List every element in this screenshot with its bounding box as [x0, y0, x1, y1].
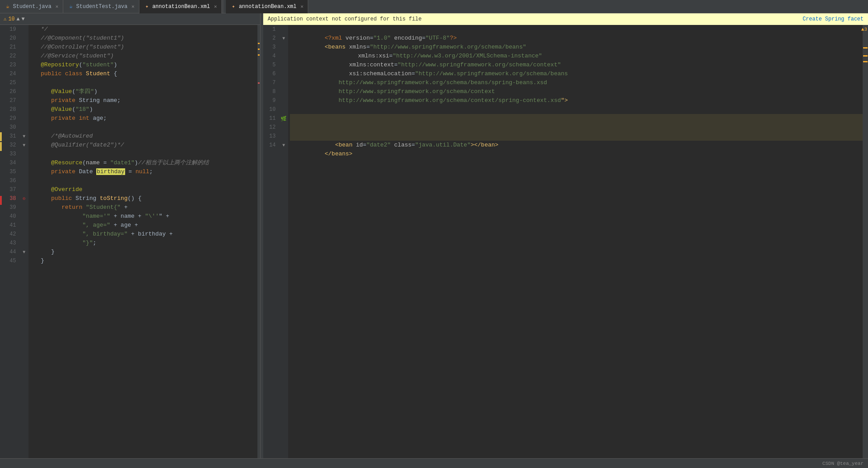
warning-banner-text: Application context not configured for t… — [268, 16, 422, 22]
create-facet-link[interactable]: Create Spring facet — [803, 16, 864, 22]
code-line-37: @Override — [30, 185, 257, 194]
xml-line-6: http://www.springframework.org/schema/be… — [290, 69, 863, 78]
scroll-right-marker1 — [863, 47, 868, 49]
code-line-43: "}"; — [30, 239, 257, 248]
code-line-27: private String name; — [30, 96, 257, 105]
tab-annotation-bean-xml-right[interactable]: ✦ annotationBean.xml ✕ — [226, 0, 308, 13]
xml-line-12: <bean id="date1" class="java.util.Date">… — [290, 123, 863, 132]
left-gutter: ▼ ▼ ⊙ ▼ — [20, 25, 29, 458]
xml-line-10: <!--开启注解的包扫描 必须操作--> — [290, 105, 863, 114]
java-test-icon: ☕ — [68, 4, 74, 10]
code-line-30 — [30, 123, 257, 132]
left-scroll-marker[interactable] — [257, 25, 260, 458]
xml-line-8: http://www.springframework.org/schema/co… — [290, 87, 863, 96]
code-line-29: private int age; — [30, 114, 257, 123]
code-line-44: } — [30, 248, 257, 256]
tabs-bar: ☕ Student.java ✕ ☕ StudentTest.java ✕ ✦ … — [0, 0, 868, 13]
warning-count-badge: ▲3 — [861, 27, 867, 32]
left-toolbar: ⚠ 10 ▲ ▼ — [0, 13, 260, 25]
bean-icon-11: 🌿 — [279, 114, 288, 123]
left-pane: ⚠ 10 ▲ ▼ — [0, 13, 261, 458]
warning-icon: ⚠ — [4, 16, 7, 22]
code-line-28: @Value("18") — [30, 105, 257, 114]
scroll-marker-warning3 — [258, 54, 260, 56]
scroll-marker-warning — [258, 43, 260, 44]
code-line-26: @Value("李四") — [30, 87, 257, 96]
xml-line-11: <context:component-scan base-package="co… — [290, 114, 863, 123]
code-line-19: */ — [30, 25, 257, 34]
scroll-right-marker2 — [863, 55, 868, 57]
status-credit: CSDN @tea_year — [823, 461, 864, 466]
down-arrow-btn[interactable]: ▼ — [21, 16, 24, 22]
code-line-41: ", age=" + age + — [30, 221, 257, 230]
tab-student-test-java[interactable]: ☕ StudentTest.java ✕ — [63, 0, 139, 13]
code-line-36 — [30, 176, 257, 185]
status-bar: CSDN @tea_year — [0, 458, 868, 468]
code-line-24: public class Student { — [30, 69, 257, 78]
code-line-45: } — [30, 256, 257, 265]
close-tab-btn3[interactable]: ✕ — [214, 4, 217, 9]
editor-area: ⚠ 10 ▲ ▼ — [0, 13, 868, 458]
code-line-39: return "Student{" + — [30, 203, 257, 212]
code-line-34: @Resource(name = "date1")//相当于以上两个注解的结 — [30, 159, 257, 167]
code-line-40: "name='" + name + "\''" + — [30, 212, 257, 221]
xml-icon-left: ✦ — [144, 4, 150, 10]
close-tab-btn[interactable]: ✕ — [55, 4, 58, 9]
code-line-32: @Qualifier("date2")*/ — [30, 141, 257, 150]
right-gutter: ▼ 🌿 ▼ — [279, 25, 288, 458]
code-line-21: //@Controller("student") — [30, 43, 257, 52]
right-code-lines[interactable]: <?xml version="1.0" encoding="UTF-8"?> <… — [288, 25, 863, 458]
code-line-22: //@Service("student") — [30, 52, 257, 61]
tab-student-java[interactable]: ☕ Student.java ✕ — [0, 0, 63, 13]
left-code-lines[interactable]: */ //@Component("student1") //@Controlle… — [29, 25, 257, 458]
scroll-marker-error — [258, 82, 260, 84]
scroll-right-marker3 — [863, 61, 868, 62]
fold-arrow-32[interactable]: ▼ — [20, 141, 29, 150]
right-pane: Application context not configured for t… — [263, 13, 868, 458]
fold-arrow-beans[interactable]: ▼ — [279, 34, 288, 43]
code-line-33 — [30, 150, 257, 159]
tab-divider — [223, 0, 223, 13]
code-line-20: //@Component("student1") — [30, 34, 257, 43]
xml-line-2: <beans xmlns="http://www.springframework… — [290, 34, 863, 43]
xml-line-1: <?xml version="1.0" encoding="UTF-8"?> — [290, 25, 863, 34]
code-line-31: /*@Autowired — [30, 132, 257, 141]
up-arrow-btn[interactable]: ▲ — [16, 16, 20, 22]
xml-line-14: </beans> — [290, 141, 863, 150]
xml-line-4: xmlns:context="http://www.springframewor… — [290, 52, 863, 61]
xml-icon-right: ✦ — [230, 4, 236, 10]
xml-line-7: http://www.springframework.org/schema/co… — [290, 78, 863, 87]
close-tab-btn4[interactable]: ✕ — [301, 4, 304, 9]
code-line-38: public String toString() { — [30, 194, 257, 203]
tab-annotation-bean-xml-left[interactable]: ✦ annotationBean.xml ✕ — [139, 0, 222, 13]
fold-arrow-31[interactable]: ▼ — [20, 132, 29, 141]
left-code-container[interactable]: 19 20 21 22 23 24 25 26 27 28 29 30 31 3… — [0, 25, 260, 458]
xml-line-9 — [290, 96, 863, 105]
right-scroll-marker[interactable]: ▲3 — [863, 25, 868, 458]
java-icon: ☕ — [4, 4, 11, 10]
xml-line-5: xsi:schemaLocation="http://www.springfra… — [290, 61, 863, 69]
code-line-23: @Repository("student") — [30, 61, 257, 69]
code-line-25 — [30, 78, 257, 87]
code-line-35: private Date birthday = null; — [30, 167, 257, 176]
line-numbers-left: 19 20 21 22 23 24 25 26 27 28 29 30 31 3… — [2, 25, 20, 458]
scroll-marker-warning2 — [258, 49, 260, 50]
warning-banner: Application context not configured for t… — [263, 13, 868, 25]
close-tab-btn2[interactable]: ✕ — [131, 4, 134, 9]
warning-count: 10 — [8, 16, 15, 22]
fold-arrow-14[interactable]: ▼ — [279, 141, 288, 150]
xml-line-3: xmlns:xsi="http://www.w3.org/2001/XMLSch… — [290, 43, 863, 52]
xml-line-13: <bean id="date2" class="java.util.Date">… — [290, 132, 863, 141]
right-code-container[interactable]: 1 2 3 4 5 6 7 8 9 10 11 12 13 14 ▼ — [263, 25, 868, 458]
fold-arrow-44[interactable]: ▼ — [20, 248, 29, 256]
line-numbers-right: 1 2 3 4 5 6 7 8 9 10 11 12 13 14 — [263, 25, 279, 458]
code-line-42: ", birthday=" + birthday + — [30, 230, 257, 239]
